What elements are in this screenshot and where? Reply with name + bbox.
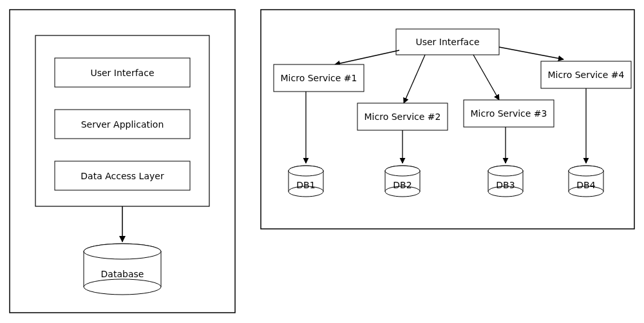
ms-service-4: Micro Service #4	[541, 61, 631, 88]
ms-db2: DB2	[385, 166, 420, 197]
ms-db3: DB3	[488, 166, 523, 197]
svg-point-9	[84, 279, 161, 295]
ms-ui: User Interface	[396, 29, 499, 55]
monolith-layer-ui-label: User Interface	[90, 68, 154, 78]
ms-service-2-label: Micro Service #2	[365, 112, 441, 122]
ms-service-3-label: Micro Service #3	[471, 108, 547, 119]
ms-service-3: Micro Service #3	[464, 100, 554, 127]
ms-service-2: Micro Service #2	[357, 103, 448, 130]
ms-service-4-label: Micro Service #4	[548, 70, 625, 80]
svg-point-40	[569, 166, 603, 176]
ms-db1: DB1	[289, 166, 323, 197]
ms-db3-label: DB3	[496, 180, 515, 190]
ms-db1-label: DB1	[296, 180, 315, 190]
svg-point-10	[84, 244, 161, 259]
ms-db2-label: DB2	[393, 180, 412, 190]
svg-point-22	[289, 166, 323, 176]
monolith-panel: User Interface Server Application Data A…	[10, 10, 235, 313]
monolith-database: Database	[84, 244, 161, 295]
ms-service-1-label: Micro Service #1	[281, 73, 357, 83]
monolith-layer-dal-label: Data Access Layer	[80, 171, 164, 181]
ms-db4-label: DB4	[576, 180, 595, 190]
monolith-layer-dal: Data Access Layer	[55, 161, 190, 190]
ms-db4: DB4	[569, 166, 603, 197]
svg-point-34	[488, 166, 523, 176]
monolith-database-label: Database	[101, 269, 144, 279]
ms-service-1: Micro Service #1	[274, 64, 364, 92]
svg-point-28	[385, 166, 420, 176]
monolith-layer-server-label: Server Application	[81, 119, 164, 130]
microservices-panel: User Interface Micro Service #1 Micro Se…	[261, 10, 634, 229]
monolith-layer-server: Server Application	[55, 110, 190, 139]
ms-ui-label: User Interface	[415, 37, 479, 47]
monolith-layer-ui: User Interface	[55, 58, 190, 87]
